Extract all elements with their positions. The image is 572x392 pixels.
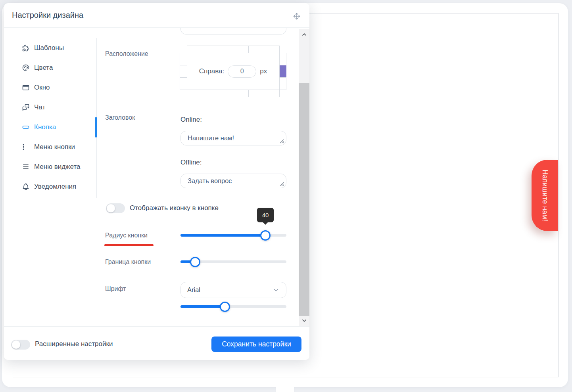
font-family-select[interactable]: Arial: [180, 282, 286, 298]
sidebar-item-label: Меню кнопки: [34, 143, 75, 151]
sidebar-item-label: Меню виджета: [34, 163, 80, 171]
modal-title: Настройки дизайна: [12, 11, 83, 20]
show-icon-toggle[interactable]: [106, 203, 125, 213]
chat-widget-button[interactable]: Напишите нам!: [532, 160, 558, 231]
offline-label: Offline:: [180, 159, 202, 166]
bell-icon: [22, 183, 30, 191]
scroll-down-arrow[interactable]: [299, 316, 309, 325]
sidebar-item-widget-menu[interactable]: Меню виджета: [22, 160, 95, 174]
dots-vertical-icon: [22, 143, 30, 151]
advanced-settings-label: Расширенные настройки: [35, 340, 113, 348]
save-settings-button[interactable]: Сохранить настройки: [211, 337, 301, 352]
sidebar-item-label: Цвета: [34, 64, 53, 72]
button-radius-slider-thumb[interactable]: [260, 230, 271, 241]
position-cell-bottom-right[interactable]: [248, 90, 279, 97]
position-unit-label: px: [260, 67, 267, 75]
chevron-down-icon: [273, 287, 280, 294]
online-title-textarea[interactable]: Напишите нам!: [180, 131, 286, 145]
chat-icon: [22, 103, 30, 111]
slider-fill: [180, 234, 265, 237]
position-side-label: Справа:: [199, 67, 224, 75]
sidebar-item-templates[interactable]: Шаблоны: [22, 41, 95, 55]
sidebar-active-indicator: [95, 117, 97, 138]
modal-header: Настройки дизайна: [4, 3, 309, 28]
position-cell-top-center[interactable]: [218, 46, 249, 53]
position-section-label: Расположение: [105, 50, 148, 57]
sidebar-item-button-menu[interactable]: Меню кнопки: [22, 140, 95, 154]
menu-lines-icon: [22, 163, 30, 171]
slider-fill: [180, 305, 225, 308]
sidebar-item-colors[interactable]: Цвета: [22, 61, 95, 75]
slider-value-tooltip: 40: [257, 208, 274, 222]
button-border-label: Граница кнопки: [105, 258, 151, 266]
design-settings-modal: Настройки дизайна Шаблоны Цвета Окно Чат: [4, 3, 309, 360]
sidebar-item-label: Уведомления: [34, 183, 76, 191]
button-radius-slider[interactable]: [180, 234, 286, 237]
button-radius-label: Радиус кнопки: [105, 232, 148, 239]
offline-title-value: Задать вопрос: [188, 177, 232, 185]
chat-widget-button-label: Напишите нам!: [541, 170, 549, 222]
position-cell-top-left[interactable]: [187, 46, 218, 53]
sidebar-item-button[interactable]: Кнопка: [22, 120, 95, 134]
show-icon-toggle-label: Отображать иконку в кнопке: [130, 204, 219, 212]
slider-value: 40: [262, 212, 269, 218]
window-icon: [22, 84, 30, 92]
button-border-slider-thumb[interactable]: [190, 257, 200, 267]
resize-grip-icon[interactable]: [279, 139, 284, 143]
sidebar-item-label: Кнопка: [34, 123, 56, 131]
red-underline-marker: [104, 244, 154, 246]
sidebar-item-label: Окно: [34, 84, 50, 92]
scrollbar-thumb[interactable]: [299, 83, 309, 316]
position-offset-input[interactable]: 0: [228, 65, 256, 78]
sidebar-item-notifications[interactable]: Уведомления: [22, 180, 95, 193]
sidebar-item-label: Чат: [34, 103, 45, 111]
position-cell-bottom-center[interactable]: [218, 90, 249, 97]
position-cell-top-right[interactable]: [248, 46, 279, 53]
font-family-value: Arial: [187, 286, 200, 294]
clipped-input-above[interactable]: [180, 28, 286, 34]
sidebar-item-window[interactable]: Окно: [22, 81, 95, 94]
position-grid-top-row: [187, 46, 280, 53]
app-canvas: Напишите нам! Настройки дизайна Шаблоны …: [0, 0, 572, 392]
modal-footer: Расширенные настройки Сохранить настройк…: [4, 326, 309, 360]
move-icon[interactable]: [293, 12, 301, 20]
puzzle-icon: [22, 44, 30, 52]
font-size-slider-thumb[interactable]: [220, 302, 230, 312]
offline-title-textarea[interactable]: Задать вопрос: [180, 174, 286, 188]
button-icon: [22, 123, 30, 131]
position-grid-bottom-row: [187, 90, 280, 97]
sidebar-item-chat[interactable]: Чат: [22, 101, 95, 114]
modal-scrollbar[interactable]: [299, 29, 309, 326]
button-border-slider[interactable]: [180, 260, 286, 263]
resize-grip-icon[interactable]: [279, 182, 284, 186]
title-section-label: Заголовок: [105, 114, 135, 121]
position-offset-row: Справа: 0 px: [180, 53, 286, 90]
sidebar-item-label: Шаблоны: [34, 44, 64, 52]
scroll-up-arrow[interactable]: [299, 30, 309, 39]
palette-icon: [22, 64, 30, 72]
bottom-edge-tab: [276, 387, 294, 392]
online-title-value: Напишите нам!: [188, 134, 234, 142]
position-cell-bottom-left[interactable]: [187, 90, 218, 97]
advanced-settings-toggle[interactable]: [11, 340, 30, 350]
online-label: Online:: [180, 116, 202, 124]
font-size-slider[interactable]: [180, 305, 286, 308]
font-label: Шрифт: [105, 285, 126, 293]
